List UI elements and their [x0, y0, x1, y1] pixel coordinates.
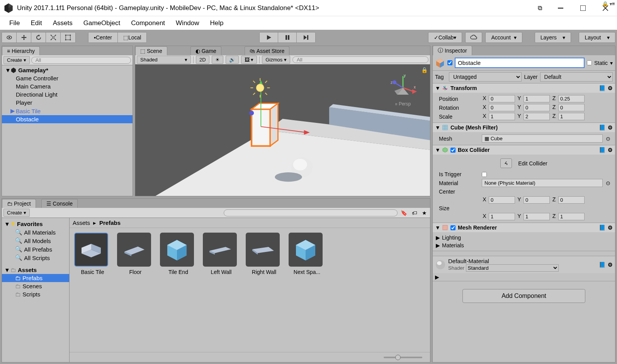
position-x-input[interactable] — [489, 95, 515, 102]
hierarchy-tab[interactable]: ≡Hierarchy — [2, 46, 40, 55]
gameobject-name-input[interactable] — [455, 58, 585, 68]
position-y-input[interactable] — [524, 95, 550, 102]
lighting-toggle-button[interactable]: ☀ — [212, 56, 223, 64]
menu-gameobject[interactable]: GameObject — [78, 17, 126, 29]
scene-viewport[interactable]: y x z ≡ Persp 🔒 — [135, 65, 430, 196]
rotation-x-input[interactable] — [489, 104, 515, 111]
scale-y-input[interactable] — [524, 113, 550, 120]
scale-tool-button[interactable] — [46, 32, 61, 43]
gear-icon[interactable]: ⚙ — [608, 225, 613, 231]
hierarchy-create-dropdown[interactable]: Create ▾ — [3, 56, 30, 64]
breadcrumb-item[interactable]: Assets — [73, 219, 90, 226]
object-picker-icon[interactable]: ⊙ — [604, 180, 612, 186]
favorite-item[interactable]: 🔍All Scripts — [2, 253, 69, 262]
shader-dropdown[interactable]: Standard — [466, 264, 559, 272]
step-button[interactable] — [297, 32, 315, 43]
object-picker-icon[interactable]: ⊙ — [604, 136, 612, 142]
pause-button[interactable] — [278, 32, 297, 43]
layout-dropdown[interactable]: Layout ▾ — [579, 32, 615, 43]
hierarchy-item-selected[interactable]: Obstacle — [2, 115, 133, 123]
restore-icon[interactable]: ⧉ — [538, 5, 542, 12]
box-collider-component-header[interactable]: ▼ Box Collider 📘 ⚙ — [433, 145, 615, 155]
folder-item[interactable]: 🗀Scripts — [2, 290, 69, 298]
help-icon[interactable]: 📘 — [599, 262, 605, 268]
help-icon[interactable]: 📘 — [599, 124, 605, 131]
mesh-filter-component-header[interactable]: ▼ Cube (Mesh Filter) 📘 ⚙ — [433, 123, 615, 132]
hierarchy-scene-root[interactable]: ▼ Gameplay* — [2, 66, 133, 74]
center-z-input[interactable] — [558, 196, 585, 204]
project-search-input[interactable] — [224, 209, 398, 216]
orientation-gizmo[interactable]: y x z ≡ Persp — [388, 72, 418, 103]
icon-size-slider[interactable] — [384, 357, 422, 358]
play-button[interactable] — [260, 32, 278, 43]
rect-tool-button[interactable] — [61, 32, 75, 43]
gizmos-dropdown[interactable]: Gizmos ▾ — [262, 56, 290, 64]
hierarchy-item-prefab[interactable]: ▶Basic Tile — [2, 107, 133, 115]
minimize-button[interactable] — [557, 4, 564, 12]
filter-by-type-icon[interactable]: 🔖 — [399, 210, 409, 216]
layers-dropdown[interactable]: Layers ▾ — [535, 32, 571, 43]
menu-help[interactable]: Help — [205, 17, 229, 29]
pivot-toggle-button[interactable]: ▪ Center — [88, 32, 118, 43]
save-search-icon[interactable]: ★ — [420, 210, 428, 216]
menu-assets[interactable]: Assets — [48, 17, 78, 29]
favorite-item[interactable]: 🔍All Models — [2, 236, 69, 245]
console-tab[interactable]: ☰Console — [41, 199, 78, 208]
menu-component[interactable]: Component — [126, 17, 170, 29]
gear-icon[interactable]: ⚙ — [608, 85, 613, 91]
prefab-item[interactable]: Next Spa... — [289, 233, 325, 275]
gear-icon[interactable]: ⚙ — [608, 147, 613, 153]
add-component-button[interactable]: Add Component — [462, 289, 585, 303]
rotation-z-input[interactable] — [558, 104, 585, 111]
help-icon[interactable]: 📘 — [599, 85, 605, 91]
scale-z-input[interactable] — [558, 113, 585, 120]
scene-search-input[interactable] — [292, 56, 428, 63]
prefab-item[interactable]: Tile End — [160, 233, 197, 275]
favorite-item[interactable]: 🔍All Prefabs — [2, 245, 69, 253]
size-z-input[interactable] — [558, 213, 585, 220]
hierarchy-item[interactable]: Game Controller — [2, 74, 133, 82]
material-foldout-icon[interactable]: ▶ — [435, 274, 439, 280]
favorite-item[interactable]: 🔍All Materials — [2, 228, 69, 236]
size-x-input[interactable] — [489, 213, 515, 220]
lock-icon[interactable]: 🔒 — [602, 1, 608, 7]
project-tab[interactable]: 🗀Project — [2, 199, 36, 208]
static-dropdown-icon[interactable]: ▾ — [610, 60, 613, 66]
audio-toggle-button[interactable]: 🔊 — [226, 56, 239, 64]
inspector-tab[interactable]: ⓘInspector — [433, 46, 472, 55]
menu-window[interactable]: Window — [170, 17, 204, 29]
hierarchy-item[interactable]: Main Camera — [2, 82, 133, 90]
mesh-renderer-enabled-checkbox[interactable] — [450, 225, 456, 230]
menu-edit[interactable]: Edit — [25, 17, 47, 29]
center-y-input[interactable] — [524, 196, 550, 204]
scene-lock-icon[interactable]: 🔒 — [421, 67, 428, 73]
gameobject-active-checkbox[interactable] — [447, 60, 452, 65]
hierarchy-search-input[interactable] — [31, 57, 131, 64]
fx-dropdown[interactable]: 🖼 ▾ — [241, 56, 257, 64]
maximize-button[interactable] — [579, 4, 587, 12]
gear-icon[interactable]: ⚙ — [608, 124, 613, 131]
2d-toggle-button[interactable]: 2D — [196, 56, 209, 64]
mesh-renderer-component-header[interactable]: ▼ Mesh Renderer 📘 ⚙ — [433, 223, 615, 232]
static-checkbox[interactable] — [587, 60, 592, 65]
hierarchy-item[interactable]: Player — [2, 99, 133, 107]
is-trigger-checkbox[interactable] — [482, 172, 487, 177]
folder-item[interactable]: 🗀Scenes — [2, 282, 69, 290]
hierarchy-item[interactable]: Directional Light — [2, 90, 133, 99]
position-z-input[interactable] — [558, 95, 585, 102]
box-collider-enabled-checkbox[interactable] — [450, 148, 456, 153]
prefab-item[interactable]: Right Wall — [246, 233, 282, 275]
prefab-item-selected[interactable]: Basic Tile — [74, 233, 111, 275]
lighting-foldout[interactable]: ▶Lighting — [436, 234, 612, 242]
collab-dropdown[interactable]: ✓ Collab ▾ — [428, 32, 462, 43]
game-tab[interactable]: ◐Game — [190, 46, 221, 55]
materials-foldout[interactable]: ▶Materials — [436, 242, 612, 249]
center-x-input[interactable] — [489, 196, 515, 204]
assets-header[interactable]: ▼🗀Assets — [2, 266, 69, 274]
layer-dropdown[interactable]: Default — [540, 72, 613, 82]
tag-dropdown[interactable]: Untagged — [449, 72, 522, 82]
folder-item-selected[interactable]: 🗀Prefabs — [2, 274, 69, 282]
material-header[interactable]: Default-Material Shader Standard 📘 ⚙ — [433, 256, 615, 273]
rotation-y-input[interactable] — [524, 104, 550, 111]
help-icon[interactable]: 📘 — [599, 225, 605, 231]
